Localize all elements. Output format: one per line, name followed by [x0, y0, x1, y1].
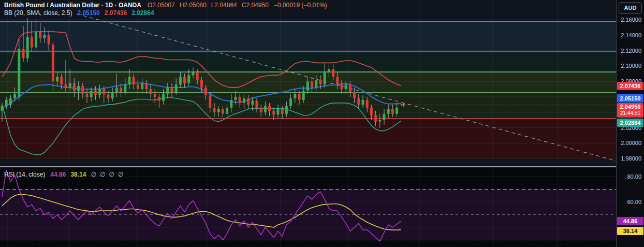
price-tick: 2.16000	[621, 16, 641, 23]
bb-lower-tag: 2.02864	[617, 119, 643, 127]
price-tick: 1.98000	[621, 155, 641, 162]
price-tick: 2.12000	[621, 47, 641, 54]
bar-countdown: 21:44:51	[617, 110, 643, 117]
last-price-tag: 2.0495021:44:51	[617, 103, 643, 118]
bb-basis-tag: 2.05150	[617, 94, 643, 103]
rsi-indicator-row: RSI (14, close)44.8638.14∅∅∅∅	[4, 171, 127, 179]
ohlc-item: O2.05007	[148, 2, 175, 9]
symbol-legend: British Pound / Australian Dollar · 1D ·…	[4, 2, 327, 17]
rsi-tick: 60.00	[627, 198, 641, 206]
symbol-title[interactable]: British Pound / Australian Dollar · 1D ·…	[4, 2, 141, 9]
ohlc-values: O2.05007H2.05080L2.04864C2.04950	[148, 2, 273, 9]
bb-value: 2.07436	[105, 9, 127, 17]
change-value: −0.00019 (−0.01%)	[274, 2, 327, 9]
rsi-empty-slot: ∅	[118, 171, 123, 178]
bb-indicator-label[interactable]: BB (20, SMA, close, 2.5)	[4, 9, 72, 17]
bb-value: 2.02864	[131, 9, 154, 17]
ohlc-item: C2.04950	[242, 2, 269, 9]
ohlc-item: L2.04864	[211, 2, 237, 9]
rsi-tick: 80.00	[627, 173, 641, 180]
price-tick: 2.14000	[621, 32, 641, 39]
bb-values: 2.051502.074362.02864	[77, 9, 158, 17]
bb-value: 2.05150	[77, 9, 99, 17]
rsi-ma-tag: 38.14	[617, 227, 643, 235]
trading-chart-window: British Pound / Australian Dollar · 1D ·…	[0, 0, 644, 247]
rsi-empty-slot: ∅	[109, 171, 114, 178]
ohlc-item: H2.05080	[180, 2, 207, 9]
price-tick: 2.10000	[621, 62, 641, 69]
rsi-values: 44.8638.14	[50, 171, 91, 178]
rsi-value-tag: 44.86	[617, 217, 643, 225]
rsi-value: 44.86	[50, 171, 66, 178]
symbol-row: British Pound / Australian Dollar · 1D ·…	[4, 2, 327, 9]
bb-upper-tag: 2.07436	[617, 82, 643, 90]
rsi-empty-slot: ∅	[91, 171, 96, 178]
bb-indicator-row: BB (20, SMA, close, 2.5)2.051502.074362.…	[4, 9, 327, 17]
rsi-empty-values: ∅∅∅∅	[91, 171, 127, 178]
rsi-indicator-label[interactable]: RSI (14, close)	[4, 171, 45, 178]
price-tick: 2.00000	[621, 139, 641, 147]
rsi-empty-slot: ∅	[100, 171, 105, 178]
price-axis[interactable]: AUD 2.160002.140002.120002.100002.080002…	[616, 0, 644, 247]
chart-canvas[interactable]	[0, 0, 644, 247]
currency-button[interactable]: AUD	[619, 2, 642, 14]
rsi-value: 38.14	[70, 171, 86, 178]
pane-separator[interactable]	[0, 166, 616, 168]
